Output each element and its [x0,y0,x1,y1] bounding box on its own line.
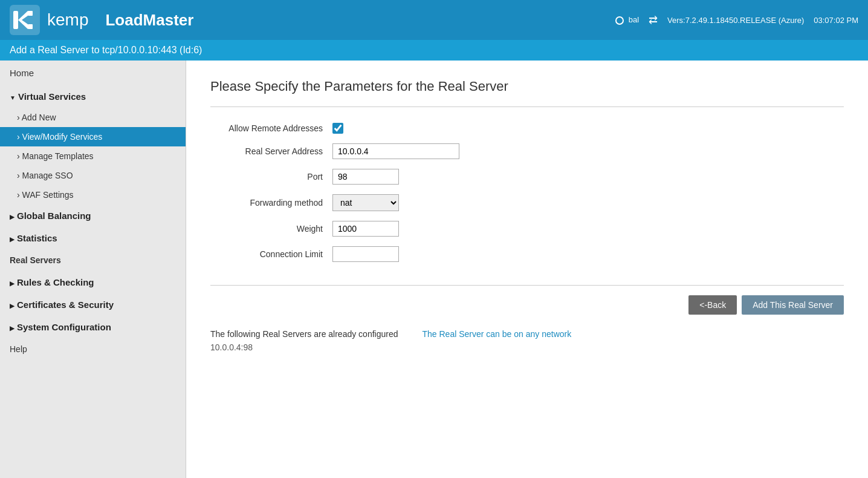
logo-area: kemp LoadMaster [10,5,193,35]
sidebar-item-real-servers[interactable]: Real Servers [0,249,186,271]
sidebar: Home ▼Virtual Services › Add New › View/… [0,61,186,478]
port-label: Port [212,172,332,182]
chevron-right-icon-certs: ▶ [10,303,15,309]
action-divider [210,285,844,286]
sidebar-item-help[interactable]: Help [0,338,186,360]
sidebar-item-view-modify[interactable]: › View/Modify Services [0,127,186,146]
connection-limit-row: Connection Limit [212,246,632,262]
weight-control[interactable] [332,221,399,237]
sidebar-section-certs[interactable]: ▶Certificates & Security [0,293,186,316]
chevron-down-icon: ▼ [10,94,16,101]
real-server-address-row: Real Server Address [212,143,632,159]
svg-rect-1 [13,11,18,29]
svg-rect-4 [28,24,33,29]
configured-servers-title: The following Real Servers are already c… [210,329,398,339]
sidebar-section-global-balancing[interactable]: ▶Global Balancing [0,205,186,227]
main-content: Please Specify the Parameters for the Re… [186,61,868,478]
chevron-right-icon-system: ▶ [10,325,15,332]
allow-remote-checkbox[interactable] [332,123,343,134]
user-icon [615,16,624,25]
weight-label: Weight [212,224,332,234]
sidebar-section-statistics[interactable]: ▶Statistics [0,227,186,249]
sidebar-section-system[interactable]: ▶System Configuration [0,316,186,338]
kemp-logo-icon [10,5,40,35]
allow-remote-label: Allow Remote Addresses [212,123,332,133]
chevron-right-icon-stats: ▶ [10,236,15,243]
sidebar-item-home[interactable]: Home [0,61,186,85]
form-heading: Please Specify the Parameters for the Re… [210,79,844,94]
network-note: The Real Server can be on any network [423,329,572,352]
connection-limit-label: Connection Limit [212,249,332,259]
forwarding-method-label: Forwarding method [212,198,332,208]
user-info[interactable]: bal [615,15,639,25]
sidebar-item-add-new[interactable]: › Add New [0,108,186,127]
port-row: Port [212,169,632,185]
app-title: LoadMaster [105,11,193,30]
sidebar-item-manage-templates[interactable]: › Manage Templates [0,146,186,166]
chevron-right-icon: ▶ [10,214,15,220]
real-server-address-control[interactable] [332,143,459,159]
chevron-right-icon-rules: ▶ [10,280,15,287]
allow-remote-control[interactable] [332,123,343,134]
forwarding-method-select[interactable]: nat route tunnel [332,194,399,211]
real-server-address-label: Real Server Address [212,146,332,156]
button-row: <-Back Add This Real Server [210,295,844,315]
header-right: bal ⇄ Vers:7.2.49.1.18450.RELEASE (Azure… [615,13,858,27]
nav-icon[interactable]: ⇄ [649,13,658,27]
port-control[interactable] [332,169,399,185]
port-input[interactable] [332,169,399,185]
real-server-address-input[interactable] [332,143,459,159]
configured-servers-info: The following Real Servers are already c… [210,329,398,352]
current-time: 03:07:02 PM [814,16,858,25]
allow-remote-row: Allow Remote Addresses [212,123,632,134]
connection-limit-input[interactable] [332,246,399,262]
forwarding-method-control[interactable]: nat route tunnel [332,194,399,211]
brand-name: kemp [47,10,88,30]
sidebar-item-manage-sso[interactable]: › Manage SSO [0,166,186,185]
info-section: The following Real Servers are already c… [210,329,844,352]
parameter-form: Allow Remote Addresses Real Server Addre… [210,122,633,273]
sidebar-section-rules[interactable]: ▶Rules & Checking [0,271,186,293]
forwarding-method-row: Forwarding method nat route tunnel [212,194,632,211]
version-info: Vers:7.2.49.1.18450.RELEASE (Azure) [667,16,804,25]
heading-divider [210,106,844,107]
configured-server-entry: 10.0.0.4:98 [210,342,398,352]
page-subtitle: Add a Real Server to tcp/10.0.0.10:443 (… [10,45,202,56]
sidebar-section-virtual-services[interactable]: ▼Virtual Services [0,85,186,108]
svg-rect-3 [28,11,33,16]
back-button[interactable]: <-Back [688,295,737,315]
weight-row: Weight [212,221,632,237]
add-real-server-button[interactable]: Add This Real Server [742,295,844,315]
connection-limit-control[interactable] [332,246,399,262]
sidebar-item-waf-settings[interactable]: › WAF Settings [0,185,186,205]
weight-input[interactable] [332,221,399,237]
